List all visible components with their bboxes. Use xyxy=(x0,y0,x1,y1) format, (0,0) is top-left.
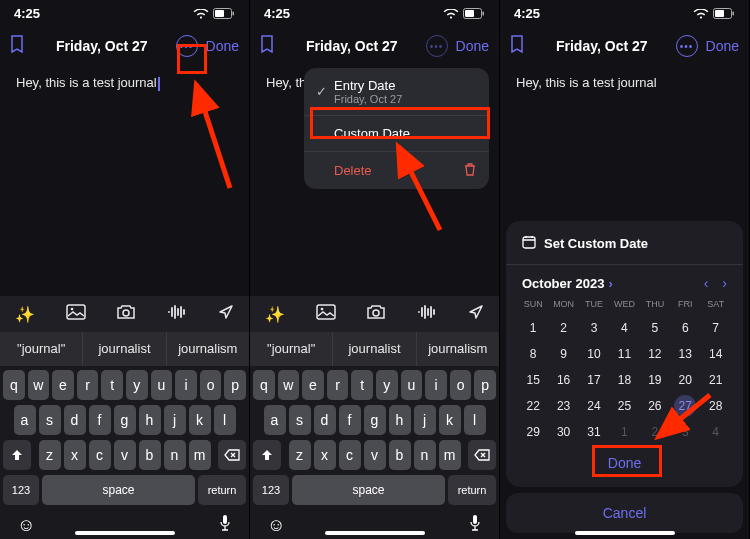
key-b[interactable]: b xyxy=(389,440,411,470)
location-icon[interactable] xyxy=(468,304,484,324)
key-h[interactable]: h xyxy=(389,405,411,435)
key-r[interactable]: r xyxy=(327,370,349,400)
key-e[interactable]: e xyxy=(52,370,74,400)
sheet-done-button[interactable]: Done xyxy=(516,445,733,479)
calendar-day[interactable]: 18 xyxy=(609,367,639,393)
key-j[interactable]: j xyxy=(414,405,436,435)
calendar-day[interactable]: 16 xyxy=(548,367,578,393)
key-w[interactable]: w xyxy=(28,370,50,400)
audio-wave-icon[interactable] xyxy=(417,304,437,324)
key-k[interactable]: k xyxy=(189,405,211,435)
key-y[interactable]: y xyxy=(376,370,398,400)
calendar-day[interactable]: 19 xyxy=(640,367,670,393)
prediction-2[interactable]: journalist xyxy=(83,332,166,366)
key-k[interactable]: k xyxy=(439,405,461,435)
key-q[interactable]: q xyxy=(253,370,275,400)
key-h[interactable]: h xyxy=(139,405,161,435)
calendar-day[interactable]: 22 xyxy=(518,393,548,419)
month-label[interactable]: October 2023› xyxy=(522,276,613,291)
calendar-day[interactable]: 14 xyxy=(700,341,730,367)
popup-custom-date[interactable]: Custom Date xyxy=(304,116,489,152)
calendar-day[interactable]: 2 xyxy=(640,419,670,445)
calendar-day[interactable]: 1 xyxy=(518,315,548,341)
calendar-day[interactable]: 4 xyxy=(700,419,730,445)
bookmark-icon[interactable] xyxy=(260,35,278,57)
home-indicator[interactable] xyxy=(575,531,675,535)
prediction-2[interactable]: journalist xyxy=(333,332,416,366)
key-t[interactable]: t xyxy=(351,370,373,400)
calendar-day[interactable]: 10 xyxy=(579,341,609,367)
key-r[interactable]: r xyxy=(77,370,99,400)
numbers-key[interactable]: 123 xyxy=(3,475,39,505)
more-options-icon[interactable]: ••• xyxy=(176,35,198,57)
calendar-day[interactable]: 5 xyxy=(640,315,670,341)
key-o[interactable]: o xyxy=(450,370,472,400)
key-b[interactable]: b xyxy=(139,440,161,470)
key-v[interactable]: v xyxy=(364,440,386,470)
key-s[interactable]: s xyxy=(39,405,61,435)
key-j[interactable]: j xyxy=(164,405,186,435)
home-indicator[interactable] xyxy=(75,531,175,535)
prediction-3[interactable]: journalism xyxy=(167,332,249,366)
key-u[interactable]: u xyxy=(151,370,173,400)
done-button[interactable]: Done xyxy=(206,38,239,54)
audio-wave-icon[interactable] xyxy=(167,304,187,324)
key-f[interactable]: f xyxy=(89,405,111,435)
home-indicator[interactable] xyxy=(325,531,425,535)
key-w[interactable]: w xyxy=(278,370,300,400)
calendar-day[interactable]: 11 xyxy=(609,341,639,367)
photo-icon[interactable] xyxy=(66,304,86,324)
key-l[interactable]: l xyxy=(214,405,236,435)
key-p[interactable]: p xyxy=(224,370,246,400)
calendar-day[interactable]: 21 xyxy=(700,367,730,393)
calendar-day[interactable]: 30 xyxy=(548,419,578,445)
calendar-day[interactable]: 28 xyxy=(700,393,730,419)
key-a[interactable]: a xyxy=(14,405,36,435)
space-key[interactable]: space xyxy=(42,475,195,505)
sheet-cancel-button[interactable]: Cancel xyxy=(506,493,743,533)
space-key[interactable]: space xyxy=(292,475,445,505)
key-d[interactable]: d xyxy=(314,405,336,435)
key-m[interactable]: m xyxy=(189,440,211,470)
dictation-key[interactable] xyxy=(218,514,232,536)
calendar-day[interactable]: 1 xyxy=(609,419,639,445)
backspace-key[interactable] xyxy=(218,440,246,470)
calendar-day[interactable]: 29 xyxy=(518,419,548,445)
key-v[interactable]: v xyxy=(114,440,136,470)
popup-delete[interactable]: Delete xyxy=(304,152,489,189)
prev-month-button[interactable]: ‹ xyxy=(704,275,709,291)
key-t[interactable]: t xyxy=(101,370,123,400)
photo-icon[interactable] xyxy=(316,304,336,324)
key-d[interactable]: d xyxy=(64,405,86,435)
next-month-button[interactable]: › xyxy=(722,275,727,291)
shift-key[interactable] xyxy=(253,440,281,470)
key-u[interactable]: u xyxy=(401,370,423,400)
key-p[interactable]: p xyxy=(474,370,496,400)
key-q[interactable]: q xyxy=(3,370,25,400)
journal-entry-text[interactable]: Hey, this is a test journal xyxy=(0,67,249,99)
calendar-day[interactable]: 9 xyxy=(548,341,578,367)
camera-icon[interactable] xyxy=(366,304,386,324)
calendar-day[interactable]: 27 xyxy=(670,393,700,419)
magic-icon[interactable]: ✨ xyxy=(265,305,285,324)
emoji-key[interactable]: ☺ xyxy=(17,515,35,536)
calendar-day[interactable]: 15 xyxy=(518,367,548,393)
key-n[interactable]: n xyxy=(414,440,436,470)
key-s[interactable]: s xyxy=(289,405,311,435)
key-f[interactable]: f xyxy=(339,405,361,435)
prediction-3[interactable]: journalism xyxy=(417,332,499,366)
key-z[interactable]: z xyxy=(39,440,61,470)
done-button[interactable]: Done xyxy=(706,38,739,54)
calendar-day[interactable]: 25 xyxy=(609,393,639,419)
journal-entry-text[interactable]: Hey, this is a test journal xyxy=(500,67,749,98)
calendar-day[interactable]: 17 xyxy=(579,367,609,393)
shift-key[interactable] xyxy=(3,440,31,470)
magic-icon[interactable]: ✨ xyxy=(15,305,35,324)
popup-entry-date[interactable]: ✓ Entry Date Friday, Oct 27 xyxy=(304,68,489,116)
done-button[interactable]: Done xyxy=(456,38,489,54)
calendar-day[interactable]: 4 xyxy=(609,315,639,341)
backspace-key[interactable] xyxy=(468,440,496,470)
bookmark-icon[interactable] xyxy=(10,35,28,57)
key-i[interactable]: i xyxy=(425,370,447,400)
key-n[interactable]: n xyxy=(164,440,186,470)
